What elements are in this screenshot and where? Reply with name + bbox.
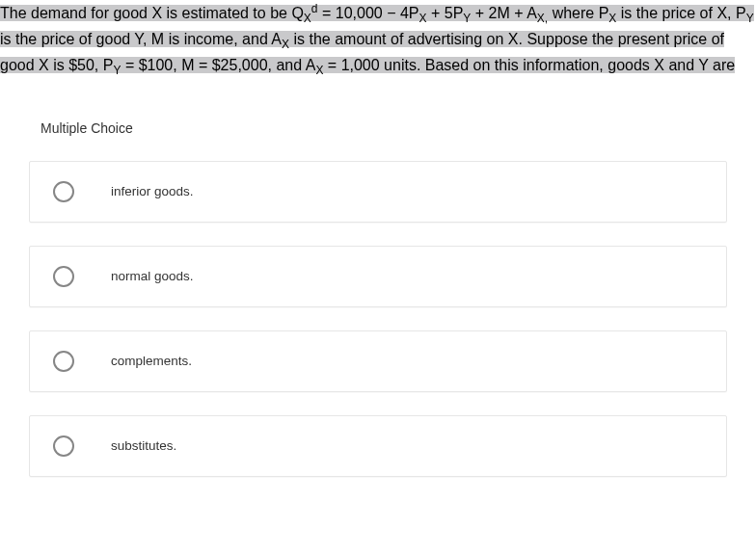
option-complements[interactable]: complements. <box>29 330 727 392</box>
radio-icon[interactable] <box>53 435 74 457</box>
option-label: normal goods. <box>111 269 194 283</box>
radio-icon[interactable] <box>53 351 74 372</box>
option-label: substitutes. <box>111 438 176 453</box>
radio-icon[interactable] <box>53 181 74 202</box>
radio-icon[interactable] <box>53 266 74 287</box>
question-block: The demand for good X is estimated to be… <box>0 0 756 80</box>
question-text: The demand for good X is estimated to be… <box>0 0 756 80</box>
option-label: inferior goods. <box>111 184 194 198</box>
options-list: inferior goods. normal goods. complement… <box>0 161 756 477</box>
option-substitutes[interactable]: substitutes. <box>29 415 727 477</box>
option-normal-goods[interactable]: normal goods. <box>29 246 727 307</box>
option-label: complements. <box>111 354 192 368</box>
multiple-choice-heading: Multiple Choice <box>40 120 756 136</box>
option-inferior-goods[interactable]: inferior goods. <box>29 161 727 223</box>
